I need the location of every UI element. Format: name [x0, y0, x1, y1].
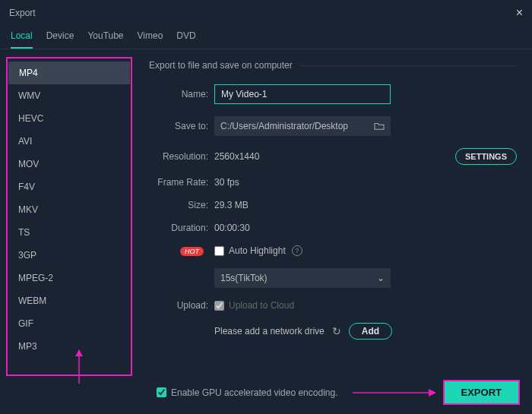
saveto-field[interactable]: C:/Users/Administrator/Desktop: [214, 116, 391, 136]
name-input[interactable]: [214, 84, 391, 104]
tab-device[interactable]: Device: [46, 26, 74, 49]
size-label: Size:: [149, 200, 214, 210]
duration-value: 00:00:30: [214, 223, 250, 233]
framerate-label: Frame Rate:: [149, 177, 214, 188]
close-icon[interactable]: ×: [516, 6, 523, 20]
format-mov[interactable]: MOV: [8, 153, 131, 175]
tabs-bar: Local Device YouTube Vimeo DVD: [0, 26, 532, 49]
format-mp4[interactable]: MP4: [8, 62, 130, 84]
format-ts[interactable]: TS: [8, 221, 131, 244]
add-button[interactable]: Add: [349, 323, 392, 340]
saveto-value: C:/Users/Administrator/Desktop: [220, 121, 348, 131]
annotation-arrow-right: [353, 389, 436, 397]
format-sidebar: MP4 WMV HEVC AVI MOV F4V MKV TS 3GP MPEG…: [0, 49, 138, 384]
tab-youtube[interactable]: YouTube: [87, 26, 123, 49]
netdrive-text: Please add a network drive: [214, 326, 325, 337]
format-wmv[interactable]: WMV: [8, 84, 131, 107]
tab-vimeo[interactable]: Vimeo: [138, 26, 163, 49]
upload-checkbox: [214, 301, 224, 311]
main-panel: Export to file and save on computer Name…: [138, 49, 532, 384]
folder-icon[interactable]: [374, 122, 385, 131]
format-hevc[interactable]: HEVC: [8, 107, 131, 130]
svg-marker-3: [429, 389, 436, 397]
refresh-icon[interactable]: ↻: [332, 325, 341, 337]
footer: Enable GPU accelerated video encoding. E…: [0, 371, 532, 414]
resolution-label: Resolution:: [149, 151, 214, 162]
format-avi[interactable]: AVI: [8, 130, 131, 153]
hot-badge-wrap: HOT: [149, 245, 214, 256]
info-icon[interactable]: ?: [292, 245, 302, 256]
format-3gp[interactable]: 3GP: [8, 244, 131, 267]
settings-button[interactable]: SETTINGS: [455, 148, 517, 165]
tab-dvd[interactable]: DVD: [176, 26, 195, 49]
autohighlight-label: Auto Highlight: [229, 245, 286, 256]
gpu-label: Enable GPU accelerated video encoding.: [171, 387, 337, 398]
format-mp3[interactable]: MP3: [8, 335, 131, 358]
highlight-select[interactable]: 15s(TikTok) ⌄: [214, 268, 391, 288]
tab-local[interactable]: Local: [11, 26, 33, 49]
upload-label: Upload:: [149, 300, 214, 311]
upload-checkbox-label: Upload to Cloud: [229, 300, 294, 311]
export-button[interactable]: EXPORT: [443, 380, 520, 405]
section-header: Export to file and save on computer: [149, 60, 517, 71]
format-list-highlight: MP4 WMV HEVC AVI MOV F4V MKV TS 3GP MPEG…: [6, 57, 132, 376]
format-mkv[interactable]: MKV: [8, 198, 131, 221]
format-f4v[interactable]: F4V: [8, 175, 131, 198]
framerate-value: 30 fps: [214, 177, 239, 188]
duration-label: Duration:: [149, 223, 214, 233]
chevron-down-icon: ⌄: [377, 273, 385, 283]
svg-marker-1: [75, 349, 83, 356]
name-label: Name:: [149, 89, 214, 100]
window-title: Export: [9, 8, 36, 18]
format-mpeg2[interactable]: MPEG-2: [8, 267, 131, 289]
format-webm[interactable]: WEBM: [8, 289, 131, 312]
gpu-checkbox[interactable]: [157, 387, 166, 397]
divider: [300, 65, 517, 66]
select-value: 15s(TikTok): [220, 273, 268, 283]
hot-badge: HOT: [180, 247, 204, 256]
section-title: Export to file and save on computer: [149, 60, 293, 71]
format-gif[interactable]: GIF: [8, 312, 131, 335]
titlebar: Export ×: [0, 0, 532, 26]
autohighlight-checkbox[interactable]: [214, 246, 224, 256]
saveto-label: Save to:: [149, 121, 214, 131]
size-value: 29.3 MB: [214, 200, 249, 210]
resolution-value: 2560x1440: [214, 151, 259, 162]
